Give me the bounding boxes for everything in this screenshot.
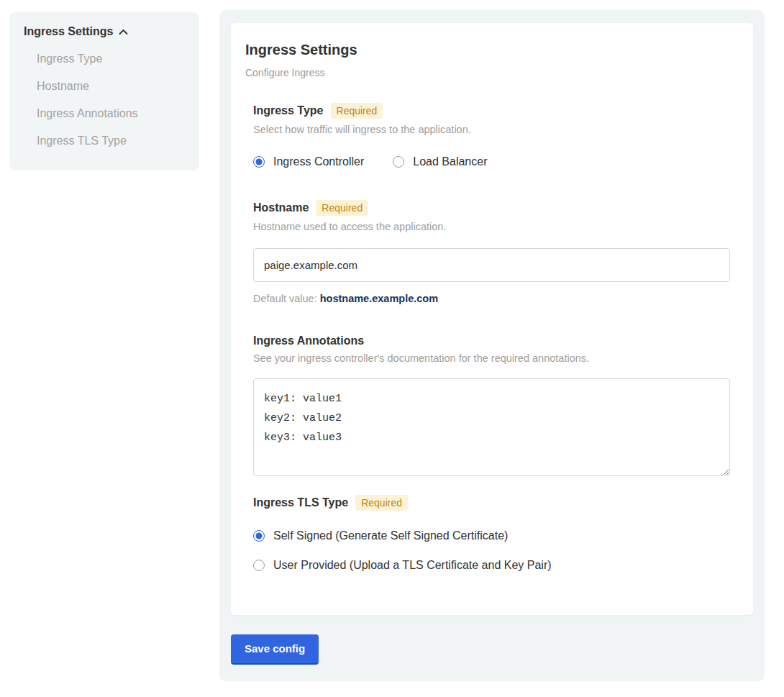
radio-label: Self Signed (Generate Self Signed Certif…	[273, 529, 508, 542]
ingress-annotations-textarea[interactable]: key1: value1 key2: value2 key3: value3	[253, 378, 730, 476]
radio-label: User Provided (Upload a TLS Certificate …	[273, 559, 552, 572]
radio-selected-icon	[253, 156, 265, 168]
required-badge: Required	[331, 103, 383, 119]
page: Ingress Settings Ingress Type Hostname I…	[0, 0, 784, 681]
section-ingress-annotations: Ingress Annotations See your ingress con…	[253, 334, 731, 479]
hostname-default-line: Default value:hostname.example.com	[253, 293, 731, 304]
ingress-tls-type-options: Self Signed (Generate Self Signed Certif…	[253, 529, 731, 572]
sidebar-item-ingress-tls-type[interactable]: Ingress TLS Type	[24, 127, 185, 155]
radio-label: Ingress Controller	[273, 155, 364, 168]
sidebar-group-ingress-settings[interactable]: Ingress Settings	[24, 25, 185, 38]
config-panel: Ingress Settings Configure Ingress Ingre…	[219, 10, 765, 681]
radio-unselected-icon	[393, 156, 404, 168]
section-ingress-tls-type: Ingress TLS Type Required Self Signed (G…	[253, 495, 731, 572]
default-value: hostname.example.com	[320, 293, 438, 304]
section-header: Ingress Annotations	[253, 334, 731, 347]
section-ingress-type: Ingress Type Required Select how traffic…	[253, 103, 731, 168]
ingress-annotations-title: Ingress Annotations	[253, 334, 364, 347]
save-config-button[interactable]: Save config	[231, 634, 319, 665]
radio-load-balancer[interactable]: Load Balancer	[393, 155, 487, 168]
config-sections: Ingress Type Required Select how traffic…	[253, 103, 731, 572]
required-badge: Required	[355, 495, 408, 511]
sidebar-item-hostname[interactable]: Hostname	[24, 73, 185, 100]
radio-selected-icon	[253, 530, 265, 542]
sidebar-group-label: Ingress Settings	[24, 25, 113, 38]
hostname-title: Hostname	[253, 201, 309, 214]
hostname-help: Hostname used to access the application.	[253, 221, 731, 232]
default-value-label: Default value:	[253, 293, 317, 304]
card-title: Ingress Settings	[245, 42, 731, 58]
sidebar-item-ingress-type[interactable]: Ingress Type	[24, 45, 185, 73]
radio-label: Load Balancer	[413, 155, 487, 168]
card-subtitle: Configure Ingress	[245, 67, 731, 78]
section-header: Ingress Type Required	[253, 103, 731, 119]
section-header: Hostname Required	[253, 200, 731, 216]
radio-ingress-controller[interactable]: Ingress Controller	[253, 155, 364, 168]
config-card: Ingress Settings Configure Ingress Ingre…	[231, 23, 753, 615]
hostname-input[interactable]	[253, 248, 730, 282]
ingress-annotations-help: See your ingress controller's documentat…	[253, 352, 731, 364]
chevron-up-icon	[119, 29, 128, 35]
required-badge: Required	[316, 200, 368, 216]
ingress-type-options: Ingress Controller Load Balancer	[253, 155, 731, 168]
ingress-type-title: Ingress Type	[253, 104, 324, 117]
section-header: Ingress TLS Type Required	[253, 495, 731, 511]
sidebar-item-ingress-annotations[interactable]: Ingress Annotations	[24, 100, 185, 127]
ingress-tls-type-title: Ingress TLS Type	[253, 496, 348, 509]
sidebar-nav: Ingress Type Hostname Ingress Annotation…	[24, 45, 185, 155]
radio-unselected-icon	[253, 560, 265, 571]
section-hostname: Hostname Required Hostname used to acces…	[253, 200, 731, 304]
ingress-type-help: Select how traffic will ingress to the a…	[253, 124, 731, 135]
config-sidebar: Ingress Settings Ingress Type Hostname I…	[9, 12, 199, 170]
radio-user-provided[interactable]: User Provided (Upload a TLS Certificate …	[253, 559, 731, 572]
radio-self-signed[interactable]: Self Signed (Generate Self Signed Certif…	[253, 529, 731, 542]
